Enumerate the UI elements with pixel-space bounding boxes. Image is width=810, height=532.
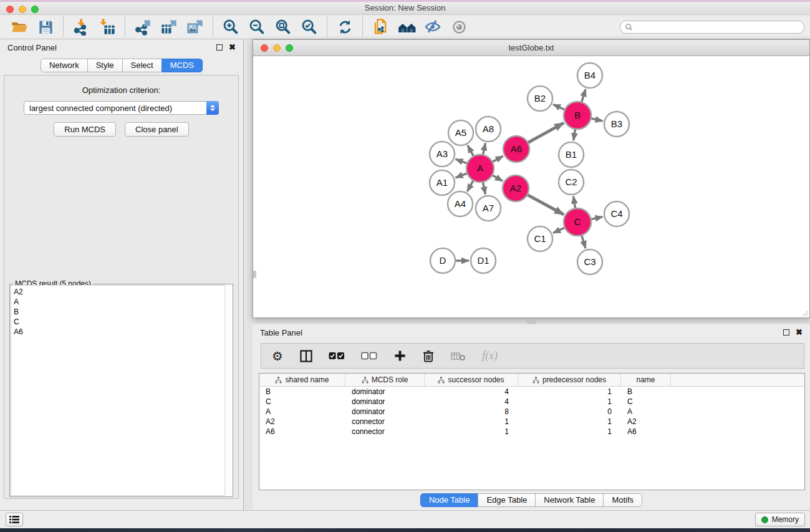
edge-C-C4[interactable]: [591, 217, 603, 220]
edge-B-B1[interactable]: [574, 129, 576, 141]
node-C3[interactable]: C3: [577, 249, 602, 274]
column-selector-icon[interactable]: [300, 349, 312, 364]
add-column-icon[interactable]: [393, 349, 406, 364]
edge-A-A4[interactable]: [467, 180, 473, 191]
edge-A-A1[interactable]: [456, 173, 468, 178]
task-history-button[interactable]: [6, 513, 23, 526]
delete-table-icon[interactable]: [451, 349, 466, 364]
split-pane-handle[interactable]: [527, 319, 536, 324]
reset-view-icon[interactable]: [393, 16, 420, 37]
node-A2[interactable]: A2: [503, 175, 529, 201]
network-canvas[interactable]: B4B2BB3A5A8A6B1A3AC2A1A2A4A7C4CC1DD1C3: [253, 56, 809, 317]
table-row[interactable]: Adominator80A: [259, 407, 804, 417]
node-C1[interactable]: C1: [528, 226, 552, 251]
edge-C-C3[interactable]: [582, 235, 586, 248]
show-panels-icon[interactable]: [446, 16, 472, 37]
mcds-result-item[interactable]: A2: [14, 287, 231, 297]
tab-mcds[interactable]: MCDS: [162, 59, 203, 72]
zoom-window-button[interactable]: [31, 6, 39, 13]
result-scrollbar-track[interactable]: [224, 284, 233, 496]
tab-motifs[interactable]: Motifs: [603, 493, 642, 507]
node-A3[interactable]: A3: [430, 142, 455, 167]
export-network-icon[interactable]: [130, 16, 156, 37]
select-all-icon[interactable]: [329, 349, 345, 364]
close-window-button[interactable]: [6, 6, 14, 13]
edge-C-C1[interactable]: [553, 228, 565, 233]
close-table-panel-icon[interactable]: ✖: [796, 329, 803, 336]
table-settings-icon[interactable]: ⚙: [271, 349, 284, 364]
mcds-result-item[interactable]: A6: [14, 327, 231, 337]
node-A1[interactable]: A1: [430, 170, 455, 195]
open-session-icon[interactable]: [6, 16, 32, 37]
node-B2[interactable]: B2: [528, 86, 552, 111]
import-table-icon[interactable]: [94, 16, 120, 37]
node-A8[interactable]: A8: [476, 117, 501, 142]
close-panel-button[interactable]: Close panel: [125, 122, 189, 137]
network-zoom-button[interactable]: [286, 44, 293, 52]
node-C2[interactable]: C2: [559, 170, 584, 195]
mcds-result-item[interactable]: A: [14, 297, 231, 307]
tab-style[interactable]: Style: [87, 59, 123, 72]
node-B3[interactable]: B3: [604, 112, 629, 137]
mcds-result-list[interactable]: A2ABCA6: [11, 285, 232, 496]
node-B[interactable]: B: [564, 102, 591, 129]
tab-network-table[interactable]: Network Table: [535, 493, 604, 507]
search-input[interactable]: [633, 23, 804, 32]
column-header-name[interactable]: name: [621, 374, 671, 386]
node-A4[interactable]: A4: [448, 191, 473, 216]
memory-button[interactable]: Memory: [755, 513, 805, 526]
search-field[interactable]: [620, 21, 804, 34]
network-close-button[interactable]: [261, 44, 268, 52]
run-mcds-button[interactable]: Run MCDS: [54, 122, 116, 137]
column-header-shared-name[interactable]: shared name: [259, 374, 345, 386]
zoom-selected-icon[interactable]: [296, 16, 322, 37]
function-builder-icon[interactable]: f(x): [482, 349, 498, 364]
table-row[interactable]: Bdominator41B: [259, 387, 804, 397]
close-panel-icon[interactable]: ✖: [229, 44, 236, 51]
node-B4[interactable]: B4: [577, 63, 602, 88]
table-row[interactable]: Cdominator41C: [259, 397, 804, 407]
save-session-icon[interactable]: [32, 16, 59, 37]
edge-B-B3[interactable]: [591, 118, 603, 121]
column-header-MCDS-role[interactable]: MCDS role: [345, 374, 425, 386]
network-window-titlebar[interactable]: testGlobe.txt: [253, 40, 809, 56]
export-table-icon[interactable]: [156, 16, 182, 37]
node-A5[interactable]: A5: [448, 120, 473, 145]
edge-A-A6[interactable]: [492, 156, 503, 162]
deselect-all-icon[interactable]: [361, 349, 377, 364]
delete-column-icon[interactable]: [422, 349, 435, 364]
tab-edge-table[interactable]: Edge Table: [478, 493, 536, 507]
float-table-panel-icon[interactable]: [783, 329, 789, 336]
minimize-window-button[interactable]: [19, 6, 26, 13]
node-D1[interactable]: D1: [471, 248, 496, 273]
export-image-icon[interactable]: [182, 16, 208, 37]
node-B1[interactable]: B1: [559, 142, 584, 167]
node-D[interactable]: D: [430, 248, 455, 273]
tab-network[interactable]: Network: [41, 59, 88, 72]
zoom-out-icon[interactable]: [244, 16, 270, 37]
table-row[interactable]: A6connector11A6: [259, 427, 804, 437]
edge-C-C2[interactable]: [574, 196, 576, 209]
tab-select[interactable]: Select: [122, 59, 162, 72]
zoom-fit-icon[interactable]: [270, 16, 296, 37]
apply-layout-icon[interactable]: [332, 16, 358, 37]
edge-B-B2[interactable]: [553, 104, 565, 110]
mcds-result-item[interactable]: B: [14, 307, 231, 317]
edge-A-A7[interactable]: [483, 182, 485, 195]
edge-A-A5[interactable]: [468, 145, 474, 157]
edge-A-A3[interactable]: [456, 159, 468, 163]
edge-B-B4[interactable]: [582, 89, 586, 102]
import-network-icon[interactable]: [68, 16, 94, 37]
mcds-result-item[interactable]: C: [14, 317, 231, 327]
table-row[interactable]: A2connector11A2: [259, 417, 804, 427]
node-C4[interactable]: C4: [604, 201, 629, 226]
new-network-icon[interactable]: [367, 16, 393, 37]
hide-panels-icon[interactable]: [420, 16, 446, 37]
tab-node-table[interactable]: Node Table: [420, 493, 479, 507]
edge-A-A2[interactable]: [492, 175, 503, 181]
network-minimize-button[interactable]: [273, 44, 281, 52]
edge-A2-C[interactable]: [527, 195, 564, 215]
node-C[interactable]: C: [564, 208, 591, 236]
resize-grip-icon[interactable]: [801, 309, 809, 317]
float-panel-icon[interactable]: [216, 44, 223, 51]
